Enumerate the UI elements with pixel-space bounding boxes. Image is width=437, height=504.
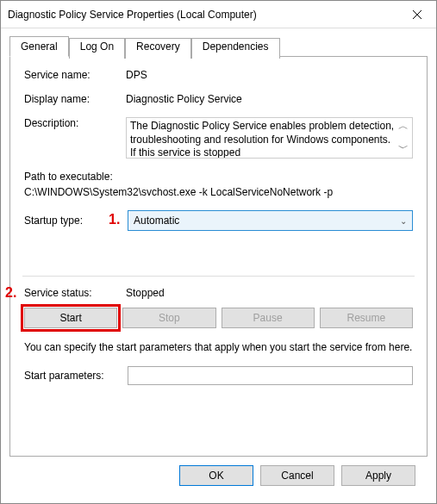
start-parameters-input[interactable]: [128, 366, 413, 385]
pause-button: Pause: [222, 308, 315, 328]
ok-button[interactable]: OK: [179, 465, 253, 486]
tab-logon[interactable]: Log On: [69, 38, 125, 59]
description-scrollbar[interactable]: ︿ ﹀: [396, 118, 410, 158]
service-status-label: Service status:: [24, 287, 126, 299]
start-button[interactable]: Start: [24, 308, 117, 328]
tab-general[interactable]: General: [9, 36, 69, 57]
chevron-down-icon[interactable]: ﹀: [398, 142, 409, 156]
start-hint: You can specify the start parameters tha…: [24, 340, 413, 354]
description-textbox[interactable]: The Diagnostic Policy Service enables pr…: [126, 117, 413, 159]
chevron-up-icon[interactable]: ︿: [398, 120, 409, 134]
tab-recovery[interactable]: Recovery: [125, 38, 191, 59]
close-button[interactable]: [397, 1, 436, 28]
description-text: The Diagnostic Policy Service enables pr…: [130, 120, 394, 159]
stop-button: Stop: [122, 308, 215, 328]
startup-type-select[interactable]: Automatic ⌄: [128, 210, 413, 231]
divider: [22, 276, 415, 277]
dialog-button-row: OK Cancel Apply: [9, 457, 428, 495]
annotation-2: 2.: [5, 285, 16, 301]
resume-button: Resume: [320, 308, 413, 328]
service-name-value: DPS: [126, 69, 413, 81]
chevron-down-icon: ⌄: [400, 216, 407, 226]
service-status-value: Stopped: [126, 287, 165, 299]
window-title: Diagnostic Policy Service Properties (Lo…: [8, 9, 397, 21]
startup-type-label: Startup type:: [24, 215, 109, 227]
service-name-label: Service name:: [24, 69, 126, 81]
start-parameters-label: Start parameters:: [24, 370, 128, 382]
apply-button[interactable]: Apply: [341, 465, 415, 486]
startup-type-value: Automatic: [134, 215, 179, 227]
tab-strip: General Log On Recovery Dependencies: [9, 36, 428, 57]
path-value: C:\WINDOWS\System32\svchost.exe -k Local…: [24, 186, 413, 198]
close-icon: [413, 10, 421, 19]
path-label: Path to executable:: [24, 171, 413, 183]
display-name-label: Display name:: [24, 93, 126, 105]
cancel-button[interactable]: Cancel: [260, 465, 334, 486]
tab-dependencies[interactable]: Dependencies: [191, 38, 280, 59]
properties-dialog: Diagnostic Policy Service Properties (Lo…: [0, 0, 437, 504]
tab-panel-general: Service name: DPS Display name: Diagnost…: [9, 56, 428, 457]
annotation-1: 1.: [109, 212, 120, 227]
display-name-value: Diagnostic Policy Service: [126, 93, 413, 105]
titlebar: Diagnostic Policy Service Properties (Lo…: [1, 1, 436, 28]
dialog-body: General Log On Recovery Dependencies Ser…: [1, 28, 436, 503]
description-label: Description:: [24, 117, 126, 129]
